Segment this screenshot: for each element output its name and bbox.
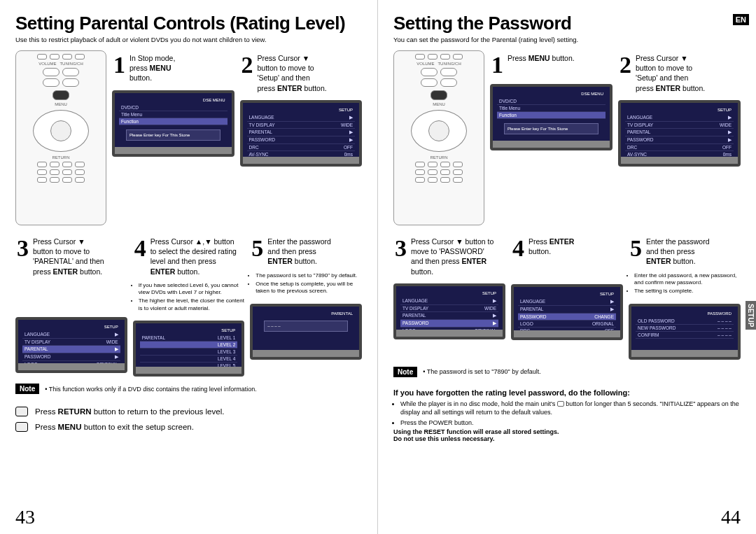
tv-screen-step3: SETUP LANGUAGE▶ TV DISPLAYWIDE PARENTAL▶… [15, 317, 127, 373]
step-text: Press ENTER button. [528, 237, 574, 256]
page-subtitle-left: Use this to restrict playback of adult o… [15, 36, 362, 43]
step-number: 2 [241, 53, 253, 77]
language-badge: EN [733, 14, 749, 25]
step-text: In Stop mode, press MENU button. [130, 53, 175, 83]
step-text: Press Cursor ▼ button to move to 'Setup'… [636, 53, 705, 93]
tv-screen: SETUP LANGUAGE▶ TV DISPLAYWIDE PARENTAL▶… [393, 283, 505, 339]
step-4: 4 Press Cursor ▲,▼ button to select the … [133, 234, 245, 377]
step-number: 4 [512, 237, 524, 260]
remote-control-illustration: VOLUME TUNING/CH MENU RETURN [15, 50, 106, 225]
step-number: 5 [251, 237, 263, 260]
reset-warning: Using the RESET function will erase all … [393, 428, 741, 442]
step4-notes: If you have selected Level 6, you cannot… [133, 279, 245, 317]
return-button-icon [15, 407, 28, 416]
step-text: Press Cursor ▲,▼ button to select the de… [150, 237, 237, 276]
note-badge: Note [393, 367, 417, 377]
step-2: 2 Press Cursor ▼ button to move to 'Setu… [240, 50, 363, 225]
forgot-password-heading: If you have forgotten the rating level p… [393, 388, 741, 397]
step-text: Press MENU button. [507, 53, 575, 63]
remote-control-illustration: VOLUME TUNING/CH MENU RETURN [393, 50, 484, 225]
footer-menu: Press MENU button to exit the setup scre… [15, 422, 362, 432]
footer-return: Press RETURN button to return to the pre… [15, 407, 362, 416]
step-2: 2 Press Cursor ▼ button to move to 'Setu… [618, 50, 741, 225]
step-1: 1 Press MENU button. DSE MENU DVD/CD Tit… [490, 50, 612, 225]
step-text: Enter the password and then press ENTER … [267, 237, 330, 267]
dpad-icon [411, 110, 467, 152]
step-4: 4 Press ENTER button. SETUP LANGUAGE▶ PA… [511, 234, 623, 360]
step-1: 1 In Stop mode, press MENU button. DSE M… [112, 50, 234, 225]
step-number: 3 [17, 237, 29, 260]
tv-screen-step2: SETUP LANGUAGE▶ TV DISPLAYWIDE PARENTAL▶… [240, 100, 363, 167]
page-title-left: Setting Parental Controls (Rating Level) [15, 13, 362, 34]
dpad-icon [33, 110, 89, 152]
forgot-password-list: While the player is in no disc mode, hol… [393, 400, 741, 428]
note-row-left: Note • This function works only if a DVD… [15, 384, 362, 394]
step-3: 3 Press Cursor ▼ button to move to 'PASS… [393, 234, 505, 360]
page-43: Setting Parental Controls (Rating Level)… [0, 0, 378, 534]
step-text: Press Cursor ▼ button to move to 'PASSWO… [411, 237, 493, 276]
tv-screen: DSE MENU DVD/CD Title Menu Function Plea… [490, 84, 612, 150]
note-badge: Note [15, 384, 39, 394]
step-3: 3 Press Cursor ▼ button to move to 'PARE… [15, 234, 127, 377]
step-number: 3 [395, 237, 407, 260]
tv-screen: SETUP LANGUAGE▶ PARENTAL▶ PASSWORDCHANGE… [511, 284, 623, 340]
step-text: Press Cursor ▼ button to move to 'Setup'… [258, 53, 327, 93]
step-5: 5 Enter the password and then press ENTE… [629, 234, 741, 360]
page-title-right: Setting the Password [393, 13, 741, 34]
note-row-right: Note • The password is set to "7890" by … [393, 367, 741, 377]
page-44: EN SETUP Setting the Password You can se… [378, 0, 756, 534]
step-number: 2 [620, 53, 631, 77]
tv-screen-step1: DSE MENU DVD/CD Title Menu Function Plea… [112, 90, 234, 157]
page-subtitle-right: You can set the password for the Parenta… [393, 36, 741, 43]
setup-tab: SETUP [746, 301, 756, 330]
step-number: 1 [491, 53, 503, 77]
page-number: 44 [721, 506, 741, 528]
step-number: 4 [134, 237, 146, 260]
tv-screen: SETUP LANGUAGE▶ TV DISPLAYWIDE PARENTAL▶… [618, 100, 741, 167]
step5-notes: Enter the old password, a new password, … [629, 269, 741, 300]
step-5: 5 Enter the password and then press ENTE… [250, 234, 362, 377]
step-number: 1 [113, 53, 125, 77]
menu-button-icon [15, 422, 28, 432]
step-text: Enter the password and then press ENTER … [646, 237, 709, 267]
step-number: 5 [630, 237, 642, 260]
step5-notes: The password is set to "7890" by default… [250, 269, 362, 300]
tv-screen-step4: SETUP PARENTALLEVEL 1 LEVEL 2 LEVEL 3 LE… [133, 321, 245, 377]
page-number: 43 [15, 506, 35, 528]
stop-button-icon [557, 401, 564, 407]
step-text: Press Cursor ▼ button to move to 'PARENT… [33, 237, 104, 276]
tv-screen: PASSWORD OLD PASSWORD– – – – NEW PASSWOR… [629, 304, 741, 360]
tv-screen-step5: PARENTAL – – – – [250, 304, 362, 360]
